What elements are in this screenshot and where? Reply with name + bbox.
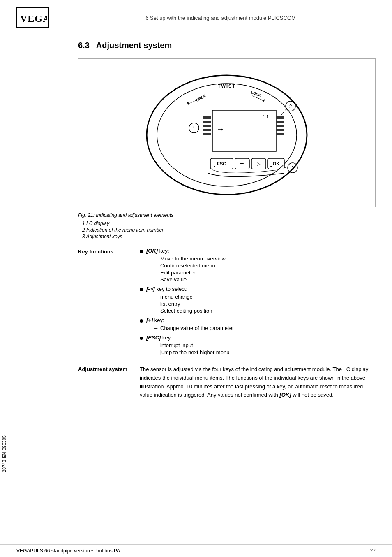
key-plus-item: [+] key: Change value of the parameter bbox=[140, 317, 376, 332]
adjustment-system-text: The sensor is adjusted via the four keys… bbox=[140, 365, 376, 399]
key-arrow-item: [->] key to select: menu change list ent… bbox=[140, 286, 376, 315]
svg-rect-18 bbox=[203, 133, 211, 135]
key-plus-text: [+] key: Change value of the parameter bbox=[146, 317, 376, 332]
svg-rect-20 bbox=[276, 121, 284, 123]
logo: VEGA bbox=[16, 7, 49, 28]
fig-item-2: 2 Indication of the menu item number bbox=[82, 227, 376, 233]
svg-rect-21 bbox=[276, 125, 284, 127]
ok-sub-1: Move to the menu overview bbox=[154, 255, 376, 262]
ok-sub-3: Edit parameter bbox=[154, 269, 376, 276]
figure-item-list: 1 LC display 2 Indication of the menu it… bbox=[78, 220, 376, 239]
main-column: 6.3 Adjustment system TWIST OPEN bbox=[78, 41, 376, 406]
side-document-id: 28743-EN-090305 bbox=[2, 435, 7, 472]
key-ok-text: [OK] key: Move to the menu overview Conf… bbox=[146, 248, 376, 283]
svg-text:LOCK: LOCK bbox=[250, 90, 262, 97]
bullet-dot-esc bbox=[140, 337, 143, 340]
section-heading: 6.3 Adjustment system bbox=[78, 41, 376, 50]
key-functions-row: Key functions [OK] key: Move to the menu… bbox=[78, 248, 376, 359]
footer-page-number: 27 bbox=[370, 548, 376, 554]
svg-rect-22 bbox=[276, 129, 284, 131]
svg-text:VEGA: VEGA bbox=[20, 13, 47, 24]
footer-product-name: VEGAPULS 66 standpipe version • Profibus… bbox=[16, 548, 120, 554]
svg-text:1: 1 bbox=[193, 125, 196, 131]
plus-key-label: [+] bbox=[146, 317, 153, 323]
esc-key-label: [ESC] bbox=[146, 334, 161, 341]
svg-text:2: 2 bbox=[289, 104, 292, 109]
arrow-sub-list: menu change list entry Select editing po… bbox=[146, 294, 376, 314]
page: VEGA 6 Set up with the indicating and ad… bbox=[0, 0, 392, 557]
svg-rect-23 bbox=[276, 133, 284, 135]
left-spacer bbox=[16, 41, 78, 406]
svg-text:+: + bbox=[240, 160, 244, 167]
ok-sub-2: Confirm selected menu bbox=[154, 262, 376, 269]
key-esc-text: [ESC] key: interrupt input jump to the n… bbox=[146, 334, 376, 356]
device-diagram: TWIST OPEN LOCK 1 2 bbox=[141, 67, 313, 199]
svg-text:1.1: 1.1 bbox=[263, 114, 269, 119]
page-content: 6.3 Adjustment system TWIST OPEN bbox=[0, 32, 392, 414]
ok-sub-list: Move to the menu overview Confirm select… bbox=[146, 255, 376, 283]
fig-item-3: 3 Adjustment keys bbox=[82, 234, 376, 239]
page-header: VEGA 6 Set up with the indicating and ad… bbox=[0, 0, 392, 32]
plus-sub-1: Change value of the parameter bbox=[154, 325, 376, 331]
esc-key-suffix: key: bbox=[161, 334, 172, 341]
key-ok-item: [OK] key: Move to the menu overview Conf… bbox=[140, 248, 376, 283]
plus-key-suffix: key: bbox=[153, 317, 164, 323]
bullet-dot-ok bbox=[140, 250, 143, 253]
adjustment-system-row: Adjustment system The sensor is adjusted… bbox=[78, 365, 376, 399]
esc-sub-1: interrupt input bbox=[154, 342, 376, 348]
arrow-sub-1: menu change bbox=[154, 294, 376, 300]
arrow-sub-2: list entry bbox=[154, 301, 376, 307]
svg-point-2 bbox=[157, 84, 297, 186]
key-list: [OK] key: Move to the menu overview Conf… bbox=[140, 248, 376, 356]
svg-text:TWIST: TWIST bbox=[218, 84, 236, 88]
svg-rect-15 bbox=[203, 121, 211, 123]
adjustment-system-content: The sensor is adjusted via the four keys… bbox=[140, 365, 376, 399]
figure-caption: Fig. 21: Indicating and adjustment eleme… bbox=[78, 212, 376, 218]
svg-text:ESC: ESC bbox=[217, 161, 226, 166]
ok-key-label: [OK] bbox=[146, 248, 158, 254]
arrow-key-label: [->] bbox=[146, 286, 155, 292]
arrow-sub-3: Select editing position bbox=[154, 308, 376, 314]
esc-sub-2: jump to the next higher menu bbox=[154, 349, 376, 355]
page-footer: VEGAPULS 66 standpipe version • Profibus… bbox=[0, 544, 392, 557]
adjustment-system-label: Adjustment system bbox=[78, 365, 140, 399]
bullet-dot-plus bbox=[140, 319, 143, 323]
svg-line-34 bbox=[280, 108, 287, 116]
svg-text:OK: OK bbox=[273, 161, 280, 166]
header-chapter: 6 Set up with the indicating and adjustm… bbox=[66, 15, 376, 21]
svg-text:▷: ▷ bbox=[257, 161, 261, 166]
svg-rect-14 bbox=[203, 116, 211, 119]
svg-rect-16 bbox=[203, 125, 211, 127]
figure-container: TWIST OPEN LOCK 1 2 bbox=[78, 58, 376, 207]
plus-sub-list: Change value of the parameter bbox=[146, 325, 376, 331]
ok-key-suffix: key: bbox=[158, 248, 169, 254]
key-functions-content: [OK] key: Move to the menu overview Conf… bbox=[140, 248, 376, 359]
section-title: Adjustment system bbox=[96, 41, 172, 50]
arrow-key-suffix: key to select: bbox=[155, 286, 187, 292]
svg-rect-17 bbox=[203, 129, 211, 131]
key-arrow-text: [->] key to select: menu change list ent… bbox=[146, 286, 376, 315]
svg-rect-19 bbox=[276, 116, 284, 119]
esc-sub-list: interrupt input jump to the next higher … bbox=[146, 342, 376, 355]
svg-point-33 bbox=[270, 166, 272, 167]
bullet-dot-arrow bbox=[140, 288, 143, 291]
key-esc-item: [ESC] key: interrupt input jump to the n… bbox=[140, 334, 376, 356]
key-functions-label: Key functions bbox=[78, 248, 140, 359]
svg-text:3: 3 bbox=[291, 165, 294, 171]
fig-item-1: 1 LC display bbox=[82, 220, 376, 226]
svg-point-26 bbox=[214, 166, 215, 167]
ok-sub-4: Save value bbox=[154, 276, 376, 283]
section-number: 6.3 bbox=[78, 41, 90, 50]
